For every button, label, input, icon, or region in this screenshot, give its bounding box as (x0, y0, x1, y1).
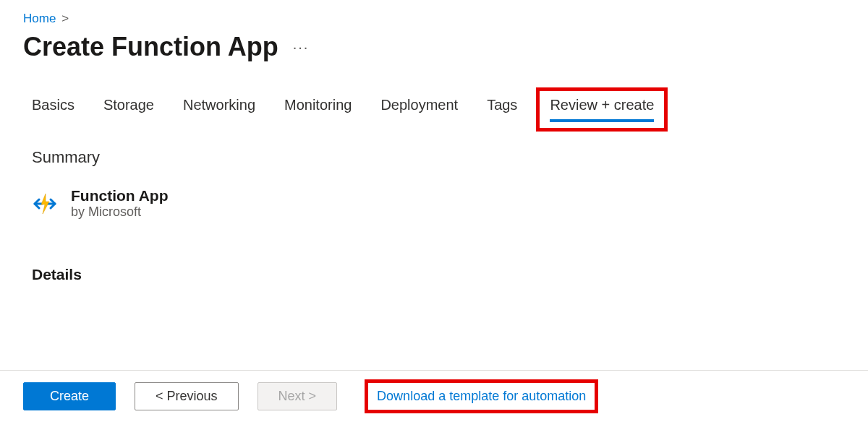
highlight-download-link: Download a template for automation (365, 379, 598, 413)
highlight-review-create: Review + create (536, 87, 668, 132)
create-button[interactable]: Create (23, 382, 116, 410)
tabs: Basics Storage Networking Monitoring Dep… (32, 97, 845, 122)
tab-storage[interactable]: Storage (103, 97, 154, 122)
previous-button[interactable]: < Previous (135, 382, 239, 410)
tab-review-create[interactable]: Review + create (550, 97, 654, 122)
tab-basics[interactable]: Basics (32, 97, 75, 122)
summary-app-name: Function App (71, 187, 169, 204)
summary-heading: Summary (32, 148, 845, 167)
breadcrumb: Home > (23, 12, 845, 26)
summary-app-text: Function App by Microsoft (71, 187, 169, 220)
details-heading: Details (32, 266, 845, 283)
tab-monitoring[interactable]: Monitoring (284, 97, 352, 122)
breadcrumb-home-link[interactable]: Home (23, 12, 56, 26)
next-button: Next > (258, 382, 338, 410)
summary-app-publisher: by Microsoft (71, 204, 169, 220)
more-icon[interactable]: ··· (290, 36, 312, 59)
function-app-icon (29, 188, 61, 220)
chevron-right-icon: > (61, 12, 69, 26)
tab-networking[interactable]: Networking (183, 97, 255, 122)
download-template-link[interactable]: Download a template for automation (377, 389, 586, 403)
tab-tags[interactable]: Tags (487, 97, 517, 122)
page-title-row: Create Function App ··· (23, 32, 845, 62)
tab-deployment[interactable]: Deployment (380, 97, 458, 122)
summary-app-row: Function App by Microsoft (29, 187, 845, 220)
page-title: Create Function App (23, 32, 278, 62)
footer: Create < Previous Next > Download a temp… (0, 370, 868, 422)
